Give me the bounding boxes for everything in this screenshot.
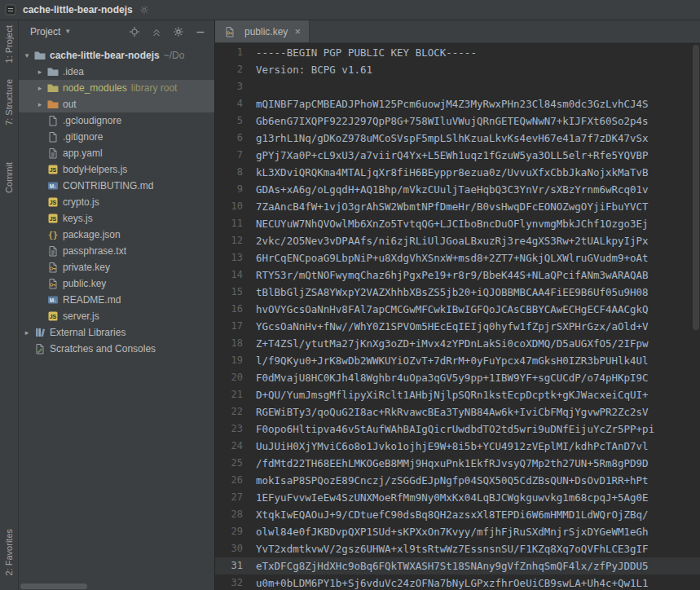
tree-item-label: public.key xyxy=(63,278,106,289)
vertical-scrollbar-thumb[interactable] xyxy=(693,45,699,330)
chevron-right-icon[interactable]: ▸ xyxy=(33,84,46,92)
tree-item-readme-md[interactable]: M↓README.md xyxy=(19,292,214,308)
chevron-right-icon[interactable]: ▸ xyxy=(33,68,46,76)
json-icon: {} xyxy=(46,228,59,241)
tree-item-gcloudignore[interactable]: .gcloudignore xyxy=(19,112,214,129)
line-number: 9 xyxy=(215,181,246,198)
chevron-down-icon[interactable]: ▾ xyxy=(20,51,33,59)
editor-line[interactable]: 22RGEWiBTy3/qoQuG2I8ac+RkRvawcBEa3TyNB84… xyxy=(215,403,700,420)
tree-item-passphrase-txt[interactable]: passphrase.txt xyxy=(19,243,214,259)
code-text: eTxDFCg8ZjHdXHc9oBq6FQkTWXASH7St18SNAny9… xyxy=(246,557,649,575)
code-text: GDAs+xA6g/oLgqdH+AQ1Bhp/mVkzCUuljTaeHqbQ… xyxy=(246,181,649,198)
horizontal-scrollbar[interactable] xyxy=(19,582,214,590)
tree-item-cache-little-bear-nodejs[interactable]: ▾cache-little-bear-nodejs~/Do xyxy=(19,47,214,64)
line-number: 24 xyxy=(215,438,246,455)
horizontal-scrollbar-thumb[interactable] xyxy=(20,583,87,589)
stripe-button-commit[interactable]: Commit xyxy=(4,162,14,193)
line-number: 17 xyxy=(215,318,246,335)
editor-line[interactable]: 1-----BEGIN PGP PUBLIC KEY BLOCK----- xyxy=(215,44,700,61)
tree-item-label: server.js xyxy=(63,310,99,322)
file-icon xyxy=(46,114,59,127)
chevron-down-icon[interactable]: ▼ xyxy=(64,28,71,35)
editor-line[interactable]: 23F0opo6Hltipva46v5tAufWAhBAIgQicrUwdbdT… xyxy=(215,420,700,438)
locate-icon[interactable] xyxy=(129,26,140,37)
editor-line[interactable]: 3 xyxy=(215,78,700,95)
tree-item-out[interactable]: ▸out xyxy=(19,96,214,112)
editor-line[interactable]: 6g13rhL1Nq/gDKoZ978uMCoSVspF5mpLSlhKzuaL… xyxy=(215,130,700,147)
editor-line[interactable]: 271EFyuFvvwIeEw4SzUNXMoeRfMm9Ny0MxKx04Lq… xyxy=(215,489,700,506)
tree-item-idea[interactable]: ▸.idea xyxy=(19,64,214,80)
chevron-right-icon[interactable]: ▸ xyxy=(33,100,46,108)
editor-line[interactable]: 17YGcsOaNnHv+fNw//WhY0Z1SPVOm5HEcEqIEIjq… xyxy=(215,318,700,335)
editor-line[interactable]: 21D+QU/YumJmsgMflipyXiRclt1AHbjNjlpSQRn1… xyxy=(215,386,700,403)
vertical-scrollbar[interactable] xyxy=(692,43,700,590)
editor-line[interactable]: 8kL3XDviQRQKma4MTALjqXr8fiH6BEyppr8ezua0… xyxy=(215,164,700,181)
tree-item-gitignore[interactable]: .gitignore xyxy=(19,129,214,145)
line-number: 25 xyxy=(215,455,246,472)
tree-item-app-yaml[interactable]: app.yaml xyxy=(19,145,214,161)
editor-line[interactable]: 4mQINBF7apCMBEADJPhoW125Pcm6uowjM4Z3MyRw… xyxy=(215,95,700,112)
close-icon[interactable]: × xyxy=(294,25,301,37)
editor-line[interactable]: 107ZaAncB4fW+1vjO3grAhSW2WbmtNPfDmeHr/B0… xyxy=(215,198,700,215)
editor-line[interactable]: 14RTY53r/mQtNOFwymqChaz6hjPgxPe19+r8r9/B… xyxy=(215,266,700,284)
editor-line[interactable]: 9GDAs+xA6g/oLgqdH+AQ1Bhp/mVkzCUuljTaeHqb… xyxy=(215,181,700,198)
tree-item-node-modules[interactable]: ▸node_moduleslibrary root xyxy=(19,80,214,96)
editor-line[interactable]: 20F0dMvajU8HC0KJh4l8Wghbr4uOpa3qGV5y9pp+… xyxy=(215,369,700,386)
editor-line[interactable]: 15tBlBbGljZSA8YWxpY2VAZXhhbXBsZS5jb20+iQ… xyxy=(215,284,700,301)
tree-item-decorator: library root xyxy=(131,82,178,94)
editor-line[interactable]: 26mokIsaP8SPQozE89Cnczj/zSGGdEJpNgfp04SQ… xyxy=(215,472,700,489)
tree-item-contributing-md[interactable]: M↓CONTRIBUTING.md xyxy=(19,178,214,194)
tree-item-server-js[interactable]: JSserver.js xyxy=(19,308,214,324)
project-panel-title[interactable]: Project xyxy=(30,26,60,37)
tree-item-keys-js[interactable]: JSkeys.js xyxy=(19,210,214,227)
tab-public-key[interactable]: public.key × xyxy=(215,20,310,42)
collapse-all-icon[interactable] xyxy=(151,26,162,37)
line-number: 28 xyxy=(215,506,246,523)
editor-line[interactable]: 122vkc/2O5Nev3vDPAAfs/ni6zjRLiUlJGoaLBxu… xyxy=(215,232,700,249)
editor-line[interactable]: 16hvOVYGcsOaNnHv8FAl7apCMCGwMFCwkIBwIGFQ… xyxy=(215,301,700,318)
editor-line[interactable]: 136HrCqENCpoaG9LbpNiP+u8XdgVhXSnxW+msd8+… xyxy=(215,249,700,266)
js-icon: JS xyxy=(46,310,59,323)
code-text: -----BEGIN PGP PUBLIC KEY BLOCK----- xyxy=(246,44,477,61)
tree-item-bodyhelpers-js[interactable]: JSbodyHelpers.js xyxy=(19,161,214,178)
settings-icon[interactable] xyxy=(139,5,149,15)
stripe-button-structure[interactable]: 7: Structure xyxy=(4,79,14,125)
gear-icon[interactable] xyxy=(173,26,184,37)
editor-line[interactable]: 11NECUYuW7NhQVOwlMb6XnZo5TvtqQG+LJCIboBn… xyxy=(215,215,700,232)
editor-line[interactable]: 31eTxDFCg8ZjHdXHc9oBq6FQkTWXASH7St18SNAn… xyxy=(215,557,700,575)
editor-line[interactable]: 5Gb6enG7IXQPF922J297QpP8G+758WIluVWujQRn… xyxy=(215,112,700,130)
hide-icon[interactable] xyxy=(195,26,206,37)
tree-item-package-json[interactable]: {}package.json xyxy=(19,227,214,243)
code-text: RTY53r/mQtNOFwymqChaz6hjPgxPe19+r8r9/Bbe… xyxy=(246,266,649,284)
editor-line[interactable]: 28XtqkIwEQAOuJ+9/CDtuefC90dsBq8QH2azsxXl… xyxy=(215,506,700,523)
stripe-button-project[interactable]: 1: Project xyxy=(4,25,14,63)
tree-item-external-libraries[interactable]: ▸External Libraries xyxy=(19,324,214,341)
js-icon: JS xyxy=(46,196,59,209)
tree-item-scratches-and-consoles[interactable]: Scratches and Consoles xyxy=(19,341,214,357)
editor-body[interactable]: 1-----BEGIN PGP PUBLIC KEY BLOCK-----2Ve… xyxy=(215,43,700,590)
editor-line[interactable]: 18Z+T4ZSl/ytutMa27jKnXg3oZD+iMvx4zYPDnLa… xyxy=(215,335,700,352)
editor-line[interactable]: 25/fdMtd22TH68EEhLMKOGeB8MMj9HqxuPnk1Ekf… xyxy=(215,455,700,472)
stripe-button-favorites[interactable]: 2: Favorites xyxy=(4,529,14,575)
tree-item-private-key[interactable]: private.key xyxy=(19,259,214,275)
code-text: 6HrCqENCpoaG9LbpNiP+u8XdgVhXSnxW+msd8+2Z… xyxy=(246,249,649,266)
tree-item-label: app.yaml xyxy=(63,148,103,159)
editor-line[interactable]: 2Version: BCPG v1.61 xyxy=(215,61,700,78)
app-menu-icon[interactable] xyxy=(5,4,16,15)
editor-line[interactable]: 30YvT2xdmtkvwV/2gsz6UHWA+xl9tsRtwWz7Essn… xyxy=(215,540,700,557)
tree-item-label: External Libraries xyxy=(50,327,125,338)
line-number: 5 xyxy=(215,112,246,130)
tree-item-label: cache-little-bear-nodejs xyxy=(50,50,160,61)
tree-item-public-key[interactable]: public.key xyxy=(19,275,214,292)
editor-line[interactable]: 29olwl84e0fJKBDvpQXP1SUd+sKPXxOn7Kvyy/mf… xyxy=(215,523,700,540)
editor-line[interactable]: 24UuJUiH0XjYMviC6o8o1Jvko1ojhjE9W+8i5b+Y… xyxy=(215,438,700,455)
chevron-right-icon[interactable]: ▸ xyxy=(20,328,33,337)
line-number: 31 xyxy=(215,557,246,575)
line-number: 12 xyxy=(215,232,246,249)
code-text: mQINBF7apCMBEADJPhoW125Pcm6uowjM4Z3MyRwx… xyxy=(246,95,649,112)
editor-line[interactable]: 19l/f9QKyu0+JrK8wDb2WWKUYiOZvT+7dRrM+0yF… xyxy=(215,352,700,369)
editor-line[interactable]: 7gPYj7Xa0P+cL9xU3/a7viirQ4Yx+L5EWh1uqz1f… xyxy=(215,147,700,164)
code-text: YGcsOaNnHv+fNw//WhY0Z1SPVOm5HEcEqIEIjq0h… xyxy=(246,318,649,335)
tree-item-crypto-js[interactable]: JScrypto.js xyxy=(19,194,214,210)
editor-line[interactable]: 32u0m+0bLDM6PY1b+Sj6vduVc24zOFNa7bNyLGPx… xyxy=(215,575,700,590)
